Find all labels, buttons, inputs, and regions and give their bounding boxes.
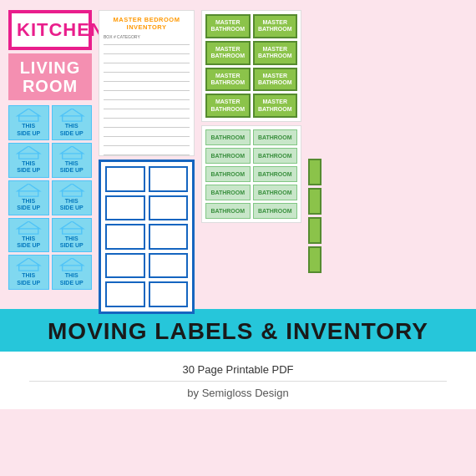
side-up-text: THISSIDE UP xyxy=(60,235,84,250)
side-up-text: THISSIDE UP xyxy=(17,160,40,175)
blue-label-sheet xyxy=(99,160,195,314)
bathroom-cell: BATHROOM xyxy=(253,185,298,200)
side-up-text: THISSIDE UP xyxy=(60,198,84,212)
master-bath-cell: MASTERBATHROOM xyxy=(253,14,298,38)
preview-area: KITCHEN LIVING ROOM THISSIDE UP THISSIDE… xyxy=(0,0,476,309)
bathroom-cell: BATHROOM xyxy=(205,185,251,200)
blue-label-cell xyxy=(105,166,145,192)
side-up-item: THISSIDE UP xyxy=(8,180,49,215)
side-up-item: THISSIDE UP xyxy=(52,143,93,178)
blue-label-cell xyxy=(105,253,145,279)
master-bath-cell: MASTERBATHROOM xyxy=(253,94,298,118)
col3-bathroom-labels: MASTERBATHROOM MASTERBATHROOM MASTERBATH… xyxy=(201,10,301,223)
bathroom-cell: BATHROOM xyxy=(205,148,251,164)
divider-line xyxy=(29,381,447,382)
master-bath-edge xyxy=(308,246,322,273)
side-up-text: THISSIDE UP xyxy=(60,272,84,286)
master-bath-cell: MASTERBATHROOM xyxy=(205,14,251,38)
col1-room-labels: KITCHEN LIVING ROOM THISSIDE UP THISSIDE… xyxy=(8,10,92,290)
blue-label-cell xyxy=(149,253,189,279)
blue-label-cell xyxy=(149,166,189,192)
side-up-item: THISSIDE UP xyxy=(52,180,93,215)
master-bath-cell: MASTERBATHROOM xyxy=(253,41,298,65)
master-bath-cell: MASTERBATHROOM xyxy=(205,94,251,118)
blue-label-cell xyxy=(149,195,189,221)
master-bath-edge xyxy=(308,159,322,185)
blue-label-cell xyxy=(149,224,189,250)
master-bath-cell: MASTERBATHROOM xyxy=(205,68,251,92)
master-bath-edge xyxy=(308,217,322,244)
master-bath-edge xyxy=(308,188,322,215)
svg-marker-15 xyxy=(60,221,83,229)
side-up-text: THISSIDE UP xyxy=(17,272,40,286)
inventory-title: MASTER BEDROOM INVENTORY xyxy=(104,16,190,31)
svg-marker-11 xyxy=(60,184,83,191)
blue-label-cell xyxy=(149,281,189,307)
svg-marker-19 xyxy=(60,258,83,266)
blue-label-cell xyxy=(105,224,145,250)
bathroom-cell: BATHROOM xyxy=(253,129,298,145)
main-title: MOVING LABELS & INVENTORY xyxy=(13,319,463,345)
subtitle: 30 Page Printable PDF xyxy=(13,363,463,376)
side-up-text: THISSIDE UP xyxy=(60,123,84,137)
side-up-item: THISSIDE UP xyxy=(8,255,49,290)
svg-marker-7 xyxy=(60,146,83,154)
master-bath-cell: MASTERBATHROOM xyxy=(253,68,298,92)
bathroom-cell: BATHROOM xyxy=(253,148,298,164)
by-text: by Semigloss Design xyxy=(13,387,463,399)
master-bath-grid: MASTERBATHROOM MASTERBATHROOM MASTERBATH… xyxy=(201,10,301,122)
side-up-text: THISSIDE UP xyxy=(60,160,84,175)
svg-marker-13 xyxy=(18,221,40,229)
side-up-text: THISSIDE UP xyxy=(17,198,40,212)
side-up-item: THISSIDE UP xyxy=(8,143,49,178)
bottom-section: MOVING LABELS & INVENTORY xyxy=(0,309,476,352)
inventory-subtitle: BOX # CATEGORY xyxy=(104,34,190,39)
right-edge-labels xyxy=(308,10,323,273)
bathroom-cell: BATHROOM xyxy=(205,203,251,219)
side-up-text: THISSIDE UP xyxy=(17,235,40,250)
svg-marker-1 xyxy=(18,109,40,116)
svg-marker-3 xyxy=(60,109,83,116)
side-up-item: THISSIDE UP xyxy=(52,218,93,253)
side-up-item: THISSIDE UP xyxy=(8,105,49,140)
kitchen-label: KITCHEN xyxy=(8,10,92,50)
blue-label-cell xyxy=(105,195,145,221)
svg-marker-17 xyxy=(18,258,40,266)
side-up-grid: THISSIDE UP THISSIDE UP THISSIDE UP xyxy=(8,105,92,290)
living-room-label: LIVING ROOM xyxy=(8,53,92,100)
side-up-text: THISSIDE UP xyxy=(17,123,40,137)
side-up-item: THISSIDE UP xyxy=(52,255,93,290)
bathroom-cell: BATHROOM xyxy=(205,166,251,182)
side-up-item: THISSIDE UP xyxy=(52,105,93,140)
bottom-card: 30 Page Printable PDF by Semigloss Desig… xyxy=(0,352,476,409)
master-bath-cell: MASTERBATHROOM xyxy=(205,41,251,65)
blue-label-cell xyxy=(105,281,145,307)
svg-marker-9 xyxy=(18,184,40,191)
side-up-item: THISSIDE UP xyxy=(8,218,49,253)
svg-marker-5 xyxy=(18,146,40,154)
col2-inventory: MASTER BEDROOM INVENTORY BOX # CATEGORY xyxy=(99,10,195,314)
bathroom-cell: BATHROOM xyxy=(253,166,298,182)
bathroom-cell: BATHROOM xyxy=(205,129,251,145)
bathroom-grid: BATHROOM BATHROOM BATHROOM BATHROOM BATH… xyxy=(201,125,301,223)
bathroom-cell: BATHROOM xyxy=(253,203,298,219)
inventory-sheet: MASTER BEDROOM INVENTORY BOX # CATEGORY xyxy=(99,10,195,156)
